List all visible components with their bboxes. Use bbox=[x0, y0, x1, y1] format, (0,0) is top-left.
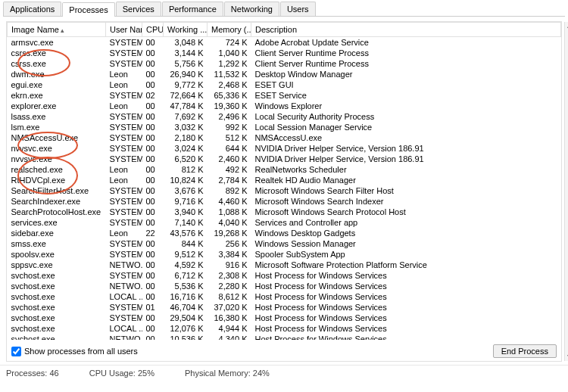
cell-memory: 512 K bbox=[208, 132, 251, 143]
cell-description: Host Process for Windows Services bbox=[251, 281, 561, 291]
cell-description: Client Server Runtime Process bbox=[251, 48, 561, 58]
cell-image-name: realsched.exe bbox=[8, 164, 106, 175]
cell-working-set: 3,024 K bbox=[164, 143, 208, 154]
table-row[interactable]: svchost.exeLOCAL ...0012,076 K4,944 KHos… bbox=[8, 323, 561, 334]
cell-image-name: csrss.exe bbox=[8, 48, 106, 58]
cell-memory: 4,460 K bbox=[208, 196, 251, 207]
table-row[interactable]: svchost.exeLOCAL ...0016,716 K8,612 KHos… bbox=[8, 291, 561, 302]
table-row[interactable]: lsass.exeSYSTEM007,692 K2,496 KLocal Sec… bbox=[8, 111, 561, 122]
cell-image-name: egui.exe bbox=[8, 79, 106, 90]
cell-working-set: 46,704 K bbox=[164, 302, 208, 313]
table-row[interactable]: realsched.exeLeon00812 K492 KRealNetwork… bbox=[8, 164, 561, 175]
table-row[interactable]: lsm.exeSYSTEM003,032 K992 KLocal Session… bbox=[8, 122, 561, 132]
cell-image-name: SearchIndexer.exe bbox=[8, 196, 106, 207]
cell-memory: 256 K bbox=[208, 238, 251, 249]
cell-memory: 37,020 K bbox=[208, 302, 251, 313]
cell-cpu: 00 bbox=[142, 217, 164, 228]
table-row[interactable]: services.exeSYSTEM007,140 K4,040 KServic… bbox=[8, 217, 561, 228]
cell-description: ESET GUI bbox=[251, 79, 561, 90]
table-row[interactable]: SearchProtocolHost.exeSYSTEM003,940 K1,0… bbox=[8, 207, 561, 217]
cell-cpu: 00 bbox=[142, 122, 164, 132]
table-row[interactable]: egui.exeLeon009,772 K2,468 KESET GUI bbox=[8, 79, 561, 90]
status-cpu: CPU Usage: 25% bbox=[89, 369, 154, 378]
cell-memory: 1,088 K bbox=[208, 207, 251, 217]
show-all-users-label[interactable]: Show processes from all users bbox=[11, 347, 138, 356]
column-working-set[interactable]: Working ... bbox=[164, 23, 208, 37]
table-row[interactable]: ekrn.exeSYSTEM0272,664 K65,336 KESET Ser… bbox=[8, 90, 561, 101]
cell-description: Microsoft Windows Search Indexer bbox=[251, 196, 561, 207]
cell-description: Host Process for Windows Services bbox=[251, 302, 561, 313]
cell-memory: 892 K bbox=[208, 185, 251, 196]
table-row[interactable]: csrss.exeSYSTEM003,144 K1,040 KClient Se… bbox=[8, 48, 561, 58]
show-all-users-checkbox[interactable] bbox=[11, 347, 21, 356]
cell-user-name: SYSTEM bbox=[106, 132, 142, 143]
cell-user-name: SYSTEM bbox=[106, 111, 142, 122]
table-row[interactable]: csrss.exeSYSTEM005,756 K1,292 KClient Se… bbox=[8, 58, 561, 69]
table-row[interactable]: dwm.exeLeon0026,940 K11,532 KDesktop Win… bbox=[8, 69, 561, 79]
cell-description: Microsoft Windows Search Filter Host bbox=[251, 185, 561, 196]
cell-user-name: SYSTEM bbox=[106, 270, 142, 281]
cell-description: Desktop Window Manager bbox=[251, 69, 561, 79]
tab-processes[interactable]: Processes bbox=[62, 2, 114, 17]
cell-image-name: svchost.exe bbox=[8, 313, 106, 323]
table-row[interactable]: svchost.exeSYSTEM006,712 K2,308 KHost Pr… bbox=[8, 270, 561, 281]
cell-image-name: NMSAccessU.exe bbox=[8, 132, 106, 143]
tab-networking[interactable]: Networking bbox=[224, 2, 279, 16]
cell-image-name: spoolsv.exe bbox=[8, 249, 106, 260]
cell-cpu: 22 bbox=[142, 228, 164, 238]
cell-description: Services and Controller app bbox=[251, 217, 561, 228]
process-list-scroll[interactable]: Image Name User Name CPU Working ... Mem… bbox=[7, 22, 561, 340]
table-row[interactable]: svchost.exeSYSTEM0146,704 K37,020 KHost … bbox=[8, 302, 561, 313]
tab-applications[interactable]: Applications bbox=[3, 2, 61, 16]
tab-services[interactable]: Services bbox=[116, 2, 161, 16]
cell-memory: 2,308 K bbox=[208, 270, 251, 281]
table-row[interactable]: smss.exeSYSTEM00844 K256 KWindows Sessio… bbox=[8, 238, 561, 249]
cell-user-name: SYSTEM bbox=[106, 122, 142, 132]
table-row[interactable]: SearchIndexer.exeSYSTEM009,716 K4,460 KM… bbox=[8, 196, 561, 207]
cell-description: RealNetworks Scheduler bbox=[251, 164, 561, 175]
column-image-name[interactable]: Image Name bbox=[8, 23, 106, 37]
cell-description: Host Process for Windows Services bbox=[251, 270, 561, 281]
cell-memory: 65,336 K bbox=[208, 90, 251, 101]
cell-working-set: 3,940 K bbox=[164, 207, 208, 217]
table-row[interactable]: svchost.exeNETWO...005,536 K2,280 KHost … bbox=[8, 281, 561, 291]
cell-description: Spooler SubSystem App bbox=[251, 249, 561, 260]
table-row[interactable]: sidebar.exeLeon2243,576 K19,268 KWindows… bbox=[8, 228, 561, 238]
table-row[interactable]: RtHDVCpl.exeLeon0010,824 K2,784 KRealtek… bbox=[8, 175, 561, 185]
cell-user-name: Leon bbox=[106, 164, 142, 175]
column-description[interactable]: Description bbox=[251, 23, 561, 37]
table-row[interactable]: armsvc.exeSYSTEM003,048 K724 KAdobe Acro… bbox=[8, 37, 561, 48]
table-row[interactable]: nvvsvc.exeSYSTEM006,520 K2,460 KNVIDIA D… bbox=[8, 154, 561, 164]
cell-memory: 11,532 K bbox=[208, 69, 251, 79]
status-processes: Processes: 46 bbox=[6, 369, 59, 378]
cell-cpu: 00 bbox=[142, 334, 164, 340]
table-row[interactable]: sppsvc.exeNETWO...004,592 K916 KMicrosof… bbox=[8, 260, 561, 270]
table-row[interactable]: nvvsvc.exeSYSTEM003,024 K644 KNVIDIA Dri… bbox=[8, 143, 561, 154]
end-process-button[interactable]: End Process bbox=[493, 344, 557, 358]
cell-cpu: 00 bbox=[142, 79, 164, 90]
table-row[interactable]: svchost.exeNETWO...0010,536 K4,340 KHost… bbox=[8, 334, 561, 340]
cell-user-name: SYSTEM bbox=[106, 90, 142, 101]
table-row[interactable]: svchost.exeSYSTEM0029,504 K16,380 KHost … bbox=[8, 313, 561, 323]
cell-image-name: sidebar.exe bbox=[8, 228, 106, 238]
cell-image-name: csrss.exe bbox=[8, 58, 106, 69]
cell-description: Realtek HD Audio Manager bbox=[251, 175, 561, 185]
cell-user-name: SYSTEM bbox=[106, 238, 142, 249]
cell-description: Windows Explorer bbox=[251, 101, 561, 111]
cell-memory: 916 K bbox=[208, 260, 251, 270]
cell-cpu: 00 bbox=[142, 143, 164, 154]
cell-user-name: Leon bbox=[106, 228, 142, 238]
table-row[interactable]: SearchFilterHost.exeSYSTEM003,676 K892 K… bbox=[8, 185, 561, 196]
tab-performance[interactable]: Performance bbox=[162, 2, 223, 16]
cell-memory: 2,784 K bbox=[208, 175, 251, 185]
cell-image-name: dwm.exe bbox=[8, 69, 106, 79]
table-row[interactable]: spoolsv.exeSYSTEM009,512 K3,384 KSpooler… bbox=[8, 249, 561, 260]
column-user-name[interactable]: User Name bbox=[106, 23, 142, 37]
tab-users[interactable]: Users bbox=[280, 2, 316, 16]
cell-image-name: svchost.exe bbox=[8, 281, 106, 291]
table-row[interactable]: NMSAccessU.exeSYSTEM002,180 K512 KNMSAcc… bbox=[8, 132, 561, 143]
column-cpu[interactable]: CPU bbox=[142, 23, 164, 37]
column-memory[interactable]: Memory (... bbox=[208, 23, 251, 37]
table-row[interactable]: explorer.exeLeon0047,784 K19,360 KWindow… bbox=[8, 101, 561, 111]
outer-scrollbar[interactable]: ▴ ▾ bbox=[564, 22, 568, 361]
